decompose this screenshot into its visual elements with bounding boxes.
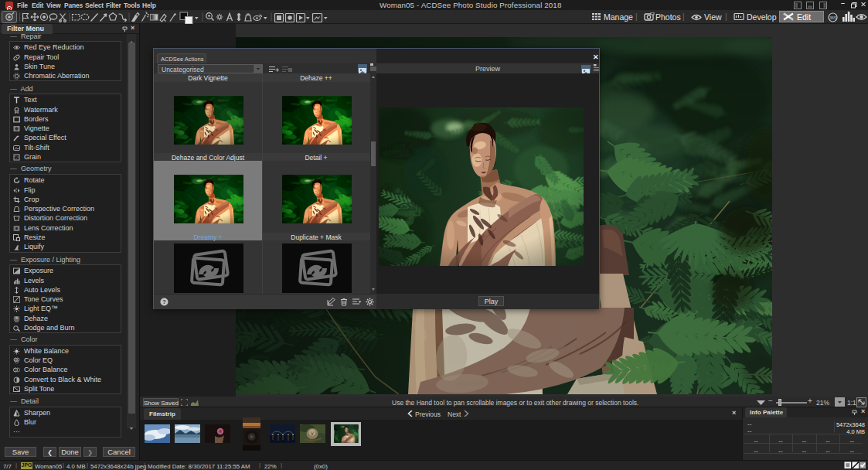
svg-text:?: ? xyxy=(162,298,166,305)
svg-text:365: 365 xyxy=(829,15,836,19)
